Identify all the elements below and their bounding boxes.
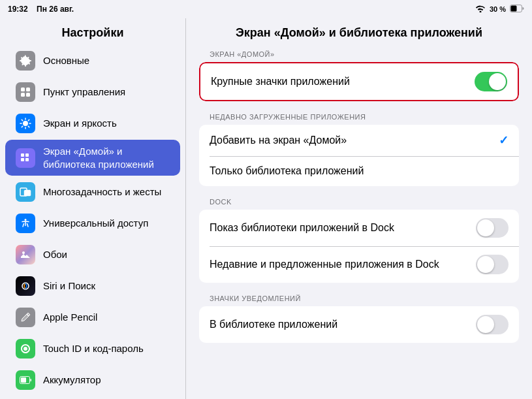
siri-icon xyxy=(16,276,35,296)
content-title: Экран «Домой» и библиотека приложений xyxy=(199,18,519,50)
time-display: 19:32 xyxy=(8,5,28,14)
recent-suggested-toggle[interactable] xyxy=(476,255,509,274)
status-right: 30 % xyxy=(475,5,524,14)
group-recent: Добавить на экран «Домой» ✓ Только библи… xyxy=(199,125,519,186)
home-screen-icon xyxy=(16,148,35,168)
svg-rect-13 xyxy=(24,190,31,196)
battery-icon xyxy=(510,5,524,14)
svg-rect-1 xyxy=(511,6,517,12)
library-only-label: Только библиотека приложений xyxy=(210,165,509,177)
date-display: Пн 26 авг. xyxy=(37,5,74,14)
control-center-label: Пункт управления xyxy=(43,86,125,99)
large-icons-label: Крупные значки приложений xyxy=(211,76,475,88)
toggle-knob-2 xyxy=(477,219,494,236)
battery-label: Аккумулятор xyxy=(43,374,101,387)
row-recent-suggested: Недавние и предложенные приложения в Doc… xyxy=(199,246,519,283)
wallpaper-icon xyxy=(16,245,35,264)
in-library-label: В библиотеке приложений xyxy=(210,319,476,330)
sidebar: Настройки Основные Пункт управления xyxy=(0,18,186,399)
section-dock-header: DOCK xyxy=(199,198,519,210)
status-time: 19:32 Пн 26 авг. xyxy=(8,5,74,14)
sidebar-item-battery[interactable]: Аккумулятор xyxy=(5,365,180,395)
toggle-knob-4 xyxy=(477,316,494,333)
sidebar-item-apple-pencil[interactable]: Apple Pencil xyxy=(5,302,180,332)
sidebar-section-main: Основные Пункт управления Экран и яркост… xyxy=(0,45,185,399)
sidebar-item-control-center[interactable]: Пункт управления xyxy=(5,77,180,107)
in-library-toggle[interactable] xyxy=(476,315,509,334)
svg-point-14 xyxy=(25,219,27,221)
svg-rect-3 xyxy=(21,88,25,91)
show-library-dock-toggle[interactable] xyxy=(476,218,509,238)
content-area: Экран «Домой» и библиотека приложений ЭК… xyxy=(186,18,532,399)
main-layout: Настройки Основные Пункт управления xyxy=(0,18,532,399)
display-label: Экран и яркость xyxy=(43,117,117,130)
section-recently-added: НЕДАВНО ЗАГРУЖЕННЫЕ ПРИЛОЖЕНИЯ Добавить … xyxy=(199,113,519,186)
row-large-icons: Крупные значки приложений xyxy=(199,62,519,101)
row-library-only[interactable]: Только библиотека приложений xyxy=(199,156,519,186)
section-home-header: ЭКРАН «ДОМОЙ» xyxy=(199,50,519,62)
sidebar-title: Настройки xyxy=(0,18,185,45)
control-center-icon xyxy=(16,82,35,102)
svg-rect-11 xyxy=(25,158,29,161)
sidebar-item-display[interactable]: Экран и яркость xyxy=(5,108,180,138)
section-dock: DOCK Показ библиотеки приложений в Dock … xyxy=(199,198,519,283)
group-home: Крупные значки приложений xyxy=(199,62,519,101)
touchid-label: Touch ID и код-пароль xyxy=(43,342,144,355)
row-in-library: В библиотеке приложений xyxy=(199,306,519,343)
toggle-knob-3 xyxy=(477,256,494,273)
sidebar-item-multitasking[interactable]: Многозадачность и жесты xyxy=(5,177,180,207)
apple-pencil-label: Apple Pencil xyxy=(43,311,97,324)
sidebar-item-wallpaper[interactable]: Обои xyxy=(5,240,180,270)
display-icon xyxy=(16,114,35,133)
apple-pencil-icon xyxy=(16,308,35,327)
svg-rect-4 xyxy=(26,88,30,91)
svg-rect-18 xyxy=(21,377,26,383)
general-icon xyxy=(16,51,35,71)
group-dock: Показ библиотеки приложений в Dock Недав… xyxy=(199,210,519,283)
svg-point-7 xyxy=(23,121,28,126)
sidebar-item-touchid[interactable]: Touch ID и код-пароль xyxy=(5,334,180,364)
siri-label: Siri и Поиск xyxy=(43,279,95,293)
recent-suggested-label: Недавние и предложенные приложения в Doc… xyxy=(210,259,476,270)
sidebar-item-privacy[interactable]: Конфиденциальность и безопасность xyxy=(5,396,180,399)
row-add-to-home[interactable]: Добавить на экран «Домой» ✓ xyxy=(199,125,519,156)
sidebar-item-general[interactable]: Основные xyxy=(5,46,180,76)
svg-rect-9 xyxy=(25,153,29,157)
row-show-library-dock: Показ библиотеки приложений в Dock xyxy=(199,210,519,246)
sidebar-item-accessibility[interactable]: Универсальный доступ xyxy=(5,208,180,238)
group-badges: В библиотеке приложений xyxy=(199,306,519,343)
section-recent-header: НЕДАВНО ЗАГРУЖЕННЫЕ ПРИЛОЖЕНИЯ xyxy=(199,113,519,125)
svg-rect-8 xyxy=(21,153,24,157)
wifi-icon xyxy=(475,5,486,14)
svg-rect-5 xyxy=(21,93,25,97)
section-badges: ЗНАЧКИ УВЕДОМЛЕНИЙ В библиотеке приложен… xyxy=(199,295,519,343)
wallpaper-label: Обои xyxy=(43,248,67,261)
battery-sidebar-icon xyxy=(16,370,35,390)
svg-point-15 xyxy=(22,251,25,254)
touchid-icon xyxy=(16,339,35,359)
multitasking-label: Многозадачность и жесты xyxy=(43,185,161,199)
general-label: Основные xyxy=(43,54,89,67)
show-library-dock-label: Показ библиотеки приложений в Dock xyxy=(210,222,476,234)
multitasking-icon xyxy=(16,182,35,202)
sidebar-item-home-screen[interactable]: Экран «Домой» и библиотека приложений xyxy=(5,140,180,176)
status-bar: 19:32 Пн 26 авг. 30 % xyxy=(0,0,532,18)
add-to-home-label: Добавить на экран «Домой» xyxy=(210,135,499,146)
svg-rect-6 xyxy=(26,93,30,97)
section-badges-header: ЗНАЧКИ УВЕДОМЛЕНИЙ xyxy=(199,295,519,306)
svg-rect-10 xyxy=(21,158,24,161)
section-home-screen: ЭКРАН «ДОМОЙ» Крупные значки приложений xyxy=(199,50,519,101)
home-screen-label: Экран «Домой» и библиотека приложений xyxy=(43,145,170,170)
toggle-knob xyxy=(489,73,506,90)
large-icons-toggle[interactable] xyxy=(475,72,507,91)
battery-level: 30 % xyxy=(490,5,506,13)
accessibility-label: Универсальный доступ xyxy=(43,217,148,230)
sidebar-item-siri[interactable]: Siri и Поиск xyxy=(5,271,180,301)
add-to-home-checkmark: ✓ xyxy=(499,133,509,148)
accessibility-icon xyxy=(16,214,35,233)
